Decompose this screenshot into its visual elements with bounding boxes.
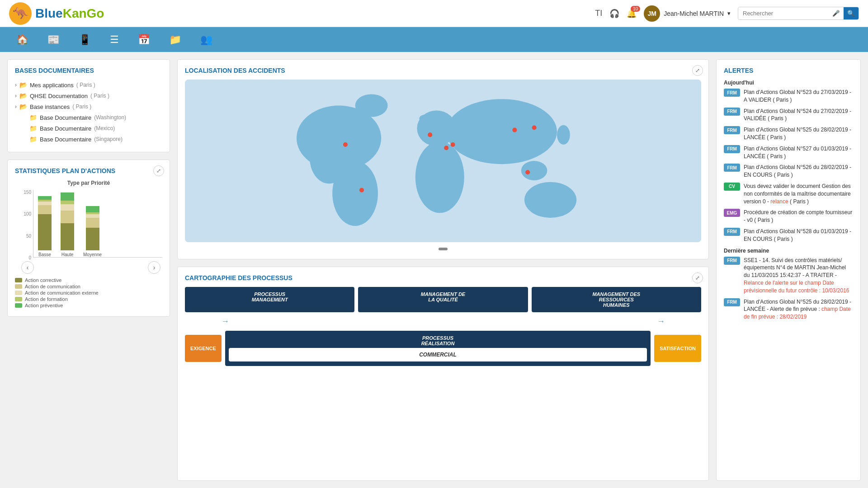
item-name: Base Documentaire: [40, 114, 91, 121]
legend-item: Action de formation: [15, 296, 162, 302]
alert-text: Vous devez valider le document Gestion d…: [744, 183, 853, 205]
stats-title: STATISTIQUES PLAN D'ACTIONS: [15, 167, 162, 174]
nav-calendar[interactable]: 📅: [131, 30, 157, 49]
header-right: TI 🎧 🔔 10 JM Jean-Michel MARTIN ▾ 🎤 🔍: [595, 5, 859, 22]
list-item[interactable]: › 📂 Base instances ( Paris ): [15, 101, 162, 112]
user-dropdown-icon: ▾: [727, 10, 731, 17]
list-item[interactable]: › 📂 Mes applications ( Paris ): [15, 80, 162, 90]
chevron-icon: ›: [15, 103, 17, 110]
search-button[interactable]: 🔍: [844, 7, 859, 19]
logo-green: KanGo: [63, 6, 104, 20]
list-item[interactable]: › 📂 QHSE Documentation ( Paris ): [15, 90, 162, 101]
alert-item: FRM Plan d'Actions Global N°525 du 28/02…: [724, 298, 853, 321]
alert-text: Plan d'Actions Global N°528 du 01/03/201…: [744, 228, 853, 243]
bar-segment: [38, 196, 52, 200]
alert-item: CV Vous devez valider le document Gestio…: [724, 183, 853, 205]
legend-label: Action de communication externe: [25, 290, 99, 296]
item-location: ( Paris ): [90, 93, 109, 99]
bar-segment: [61, 211, 74, 223]
stats-expand-button[interactable]: ⤢: [153, 165, 164, 176]
y-label: 150: [19, 190, 31, 195]
legend-label: Action préventive: [25, 303, 63, 308]
logo-text: BlueKanGo: [35, 6, 104, 21]
alert-text: SSE1 - 14. Suivi des contrôles matériels…: [744, 257, 853, 295]
world-map-svg: [185, 80, 701, 242]
bar-segment: [38, 205, 52, 214]
svg-point-2: [355, 94, 388, 117]
carto-top-row: PROCESSUSMANAGEMENT MANAGEMENT DELA QUAL…: [185, 287, 701, 312]
alerts-today-label: Aujourd'hui: [724, 80, 853, 86]
list-item[interactable]: 📁 Base Documentaire (Singapore): [15, 134, 162, 145]
item-location: ( Paris ): [76, 82, 95, 88]
carto-realisation: PROCESSUSRÉALISATION COMMERCIAL: [225, 331, 651, 366]
svg-point-15: [512, 128, 517, 132]
bar-segment: [61, 201, 74, 204]
map-panel: LOCALISATION DES ACCIDENTS ⤢: [177, 59, 709, 259]
user-menu[interactable]: JM Jean-Michel MARTIN ▾: [644, 5, 731, 22]
carto-processus-management: PROCESSUSMANAGEMENT: [185, 287, 354, 312]
nav-home[interactable]: 🏠: [9, 30, 36, 49]
search-input[interactable]: [738, 7, 829, 19]
alerts-title: ALERTES: [724, 67, 853, 74]
legend-item: Action de communication externe: [15, 290, 162, 296]
alert-text: Plan d'Actions Global N°523 du 27/03/201…: [744, 89, 853, 104]
svg-point-6: [446, 99, 557, 164]
legend-color: [15, 278, 22, 282]
svg-point-17: [525, 170, 530, 174]
svg-point-13: [444, 145, 448, 150]
doc-bases-panel: BASES DOCUMENTAIRES › 📂 Mes applications…: [7, 59, 170, 152]
bar-label: Haute: [61, 252, 74, 257]
alerts-last-week-label: Dernière semaine: [724, 248, 853, 254]
svg-point-11: [343, 142, 348, 147]
nav-news[interactable]: 📰: [40, 30, 67, 49]
map-expand-button[interactable]: ⤢: [692, 65, 703, 76]
svg-point-16: [532, 126, 537, 130]
alert-item: FRM Plan d'Actions Global N°523 du 27/03…: [724, 89, 853, 104]
carto-exigence: EXIGENCE: [185, 335, 222, 362]
list-item[interactable]: 📁 Base Documentaire (Washington): [15, 112, 162, 123]
arrow-left: →: [221, 317, 229, 326]
ti-button[interactable]: TI: [595, 9, 602, 18]
stats-panel: STATISTIQUES PLAN D'ACTIONS ⤢ Type par P…: [7, 160, 170, 317]
alert-badge-frm: FRM: [724, 89, 740, 97]
alert-badge-frm: FRM: [724, 164, 740, 172]
carto-satisfaction: SATISFACTION: [654, 335, 701, 362]
pagination-indicator[interactable]: [439, 248, 448, 250]
legend-label: Action de formation: [25, 296, 68, 302]
arrow-right: →: [657, 317, 665, 326]
bar-segment: [61, 192, 74, 201]
alert-item: EMG Procédure de création de compte four…: [724, 209, 853, 224]
svg-point-18: [359, 188, 364, 192]
carto-arrows-top: → →: [185, 316, 701, 327]
item-location: (Singapore): [94, 136, 123, 142]
notification-bell[interactable]: 🔔 10: [627, 9, 637, 19]
bar-label: Moyenne: [83, 252, 102, 257]
chart-prev-button[interactable]: ‹: [21, 261, 34, 274]
chevron-icon: ›: [15, 82, 17, 88]
y-label: 0: [19, 255, 31, 260]
item-name: QHSE Documentation: [30, 93, 88, 99]
item-location: ( Paris ): [72, 103, 91, 110]
alert-badge-frm: FRM: [724, 145, 740, 153]
nav-folder[interactable]: 📁: [162, 30, 189, 49]
legend-color: [15, 297, 22, 301]
alert-badge-frm: FRM: [724, 257, 740, 265]
alerts-panel: ALERTES Aujourd'hui FRM Plan d'Actions G…: [716, 59, 861, 481]
carto-management-qualite: MANAGEMENT DELA QUALITÉ: [358, 287, 528, 312]
nav-list[interactable]: ☰: [103, 30, 126, 49]
headphone-icon[interactable]: 🎧: [609, 9, 619, 19]
mic-button[interactable]: 🎤: [829, 7, 844, 19]
alert-highlight: Relance de l'alerte sur le champ Date pr…: [744, 280, 849, 294]
chart-next-button[interactable]: ›: [148, 261, 160, 274]
nav-users[interactable]: 👥: [193, 30, 220, 49]
alert-badge-frm: FRM: [724, 228, 740, 236]
y-label: 100: [19, 211, 31, 216]
bar-segment: [38, 214, 52, 250]
nav-tablet[interactable]: 📱: [71, 30, 98, 49]
item-location: (Washington): [94, 114, 126, 121]
carto-expand-button[interactable]: ⤢: [692, 272, 703, 283]
svg-point-12: [428, 132, 432, 137]
item-name: Mes applications: [30, 82, 74, 89]
folder-icon: 📂: [19, 81, 27, 89]
list-item[interactable]: 📁 Base Documentaire (Mexico): [15, 123, 162, 134]
